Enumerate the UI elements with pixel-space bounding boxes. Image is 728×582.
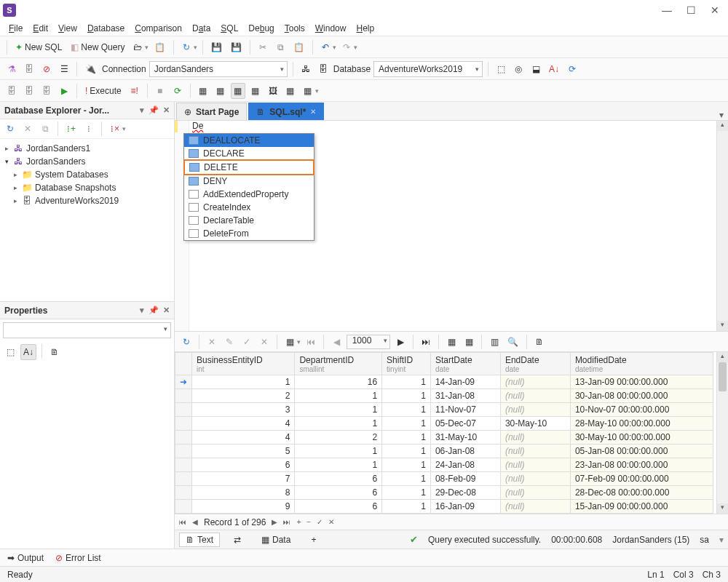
explorer-filter1-icon[interactable]: ⫶+ [63, 121, 79, 137]
tool3-icon[interactable]: ⬓ [529, 61, 543, 77]
panel-menu-icon[interactable]: ▾ [140, 105, 144, 115]
foot-tab-text[interactable]: 🗎Text [179, 533, 220, 547]
page-last-icon[interactable]: ⏭ [419, 334, 433, 350]
tree-snapshots[interactable]: ▸📁Database Snapshots [1, 181, 173, 194]
page-size-input[interactable]: 1000 [347, 335, 390, 349]
refresh-button[interactable]: ⟳ [565, 61, 579, 77]
new-sql-button[interactable]: ✦New SQL [12, 39, 65, 55]
menu-sql[interactable]: SQL [216, 22, 242, 35]
nav-ok-icon[interactable]: ✓ [317, 518, 323, 526]
ac-item-declaretable[interactable]: DeclareTable [184, 214, 314, 227]
table-row[interactable]: 511 06-Jan-08(null)05-Jan-08 00:00:00.00… [175, 445, 713, 458]
table-row[interactable]: 961 16-Jan-09(null)15-Jan-09 00:00:00.00… [175, 500, 713, 514]
menu-window[interactable]: Window [311, 22, 351, 35]
grid-check-icon[interactable]: ✓ [240, 334, 254, 350]
panel-close-icon[interactable]: ✕ [163, 105, 170, 115]
find-icon[interactable]: 🔍 [505, 334, 521, 350]
server-icon[interactable]: 🖧 [298, 61, 313, 77]
table-row[interactable]: 211 31-Jan-08(null)30-Jan-08 00:00:00.00… [175, 389, 713, 403]
exec-opt-icon[interactable]: ≡! [127, 83, 142, 99]
grid-cancel-icon[interactable]: ✕ [205, 334, 219, 350]
close-button[interactable]: ✕ [711, 4, 719, 16]
maximize-button[interactable]: ☐ [687, 4, 696, 16]
stop-button[interactable]: ■ [153, 83, 167, 99]
db-action3-icon[interactable]: 🗄 [39, 83, 54, 99]
grid-scrollbar[interactable]: ▴▾ [716, 352, 728, 514]
view3-icon[interactable]: ▥ [487, 334, 502, 350]
props-menu-icon[interactable]: ▾ [140, 306, 144, 315]
status-more-icon[interactable]: ▾ [719, 535, 724, 545]
grid5-icon[interactable]: ▦ [283, 83, 298, 99]
tree-server-1[interactable]: ▸🖧JordanSanders1 [1, 142, 173, 155]
nav-first-icon[interactable]: ⏮ [179, 518, 186, 526]
grid-x-icon[interactable]: ✕ [257, 334, 272, 350]
menu-view[interactable]: View [54, 22, 82, 35]
view2-icon[interactable]: ▦ [462, 334, 476, 350]
undo-button[interactable]: ↶ [318, 39, 333, 55]
menu-comparison[interactable]: Comparison [130, 22, 186, 35]
plug-icon[interactable]: 🔌 [82, 61, 99, 77]
menu-debug[interactable]: Debug [244, 22, 278, 35]
table-row[interactable]: 311 11-Nov-07(null)10-Nov-07 00:00:00.00… [175, 403, 713, 417]
sync-button[interactable]: ↻ [179, 39, 194, 55]
menu-help[interactable]: Help [352, 22, 379, 35]
props-pin-icon[interactable]: 📌 [149, 306, 159, 315]
col-departmentid[interactable]: DepartmentIDsmallint [295, 353, 382, 375]
menu-data[interactable]: Data [188, 22, 215, 35]
ac-item-addextprop[interactable]: AddExtendedProperty [184, 188, 314, 201]
table-row[interactable]: ➜ 1161 14-Jan-09(null)13-Jan-09 00:00:00… [175, 375, 713, 389]
col-enddate[interactable]: EndDatedate [500, 353, 570, 375]
save-all-button[interactable]: 💾 [228, 39, 245, 55]
cut-button[interactable]: ✂ [256, 39, 270, 55]
tab-sql-file[interactable]: 🗎SQL.sql*✕ [248, 103, 324, 120]
ac-item-deny[interactable]: DENY [184, 175, 314, 188]
table-row[interactable]: 611 24-Jan-08(null)23-Jan-08 00:00:00.00… [175, 458, 713, 472]
explorer-copy-icon[interactable]: ⧉ [38, 121, 52, 137]
nav-last-icon[interactable]: ⏭ [283, 518, 290, 526]
ac-item-deallocate[interactable]: DEALLOCATE [184, 134, 314, 147]
new-query-button[interactable]: ◧New Query [68, 39, 127, 55]
table-row[interactable]: 761 08-Feb-09(null)07-Feb-09 00:00:00.00… [175, 472, 713, 486]
tab-start-page[interactable]: ⊕Start Page [176, 103, 247, 120]
redo-button[interactable]: ↷ [339, 39, 354, 55]
server2-icon[interactable]: 🗄 [316, 61, 331, 77]
page-prev-icon[interactable]: ◀ [329, 334, 344, 350]
sql-editor[interactable]: De DEALLOCATE DECLARE DELETE DENY AddExt… [175, 121, 728, 332]
disconnect-button[interactable]: ⊘ [39, 61, 54, 77]
editor-scrollbar[interactable]: ▴▾ [716, 121, 728, 331]
grid-mode-icon[interactable]: ▦ [282, 334, 297, 350]
nav-cancel-icon[interactable]: ✕ [328, 518, 334, 526]
database-combo[interactable]: AdventureWorks2019 [373, 61, 483, 77]
tree-sysdb[interactable]: ▸📁System Databases [1, 168, 173, 181]
grid3-icon[interactable]: ▦ [231, 83, 245, 99]
explorer-filter2-icon[interactable]: ⫶ [82, 121, 96, 137]
props-close-icon[interactable]: ✕ [163, 306, 170, 315]
ac-item-delete[interactable]: DELETE [183, 159, 314, 175]
save-button[interactable]: 💾 [208, 39, 225, 55]
props-page-icon[interactable]: 🗎 [47, 344, 62, 360]
img-icon[interactable]: 🖼 [266, 83, 280, 99]
nav-next-icon[interactable]: ▶ [272, 518, 277, 526]
properties-combo[interactable] [3, 322, 171, 338]
props-cat-icon[interactable]: ⬚ [3, 344, 17, 360]
tree-db-aw[interactable]: ▸🗄AdventureWorks2019 [1, 194, 173, 207]
table-row[interactable]: 861 29-Dec-08(null)28-Dec-08 00:00:00.00… [175, 486, 713, 500]
list-icon[interactable]: ☰ [57, 61, 71, 77]
db-action1-icon[interactable]: 🗄 [4, 83, 19, 99]
open-button[interactable]: 🗁 [130, 39, 145, 55]
foot-tab-add[interactable]: + [304, 533, 323, 547]
tool2-icon[interactable]: ◎ [511, 61, 526, 77]
grid4-icon[interactable]: ▦ [248, 83, 263, 99]
flask-icon[interactable]: ⚗ [4, 61, 19, 77]
results-grid[interactable]: BusinessEntityIDint DepartmentIDsmallint… [175, 352, 728, 514]
foot-tab-swap[interactable]: ⇄ [227, 533, 248, 547]
connection-combo[interactable]: JordanSanders [149, 61, 288, 77]
table-row[interactable]: 411 05-Dec-0730-May-1028-May-10 00:00:00… [175, 417, 713, 431]
menu-file[interactable]: FFileile [4, 22, 27, 35]
explorer-refresh-icon[interactable]: ↻ [3, 121, 17, 137]
tabs-overflow-icon[interactable]: ▾ [715, 110, 728, 120]
output-tab[interactable]: ➡Output [7, 553, 44, 563]
ac-item-deletefrom[interactable]: DeleteFrom [184, 227, 314, 240]
menu-database[interactable]: Database [83, 22, 129, 35]
col-modifieddate[interactable]: ModifiedDatedatetime [570, 353, 713, 375]
